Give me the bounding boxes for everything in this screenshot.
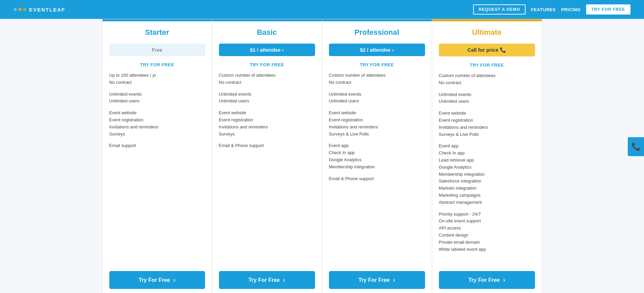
feature-item: Content design <box>439 232 535 239</box>
feature-item: Unlimited users <box>219 98 315 105</box>
feature-item: Event app <box>439 143 535 150</box>
feature-item: Event app <box>329 142 425 149</box>
plan-try-link-starter[interactable]: TRY FOR FREE <box>103 59 212 72</box>
cta-arrow-icon: › <box>503 276 505 284</box>
try-for-free-header-button[interactable]: TRY FOR FREE <box>586 4 630 15</box>
plan-features-ultimate: Custom number of attendeesNo contractUnl… <box>432 72 542 264</box>
feature-group: Custom number of attendeesNo contract <box>439 72 535 87</box>
feature-item: Marketing campaigns <box>439 192 535 199</box>
feature-item: API access <box>439 225 535 232</box>
plan-try-link-professional[interactable]: TRY FOR FREE <box>322 59 432 72</box>
feature-item: No contract <box>109 79 205 86</box>
plan-cta-area-starter: Try For Free› <box>103 264 212 293</box>
main-nav: REQUEST A DEMO FEATURES PRICING TRY FOR … <box>473 4 630 15</box>
feature-item: Google Analytics <box>329 156 425 164</box>
feature-group: Event websiteEvent registrationInvitatio… <box>109 109 205 138</box>
feature-item: Unlimited users <box>439 98 535 105</box>
plan-price-starter[interactable]: Free <box>109 44 205 56</box>
feature-group: Event websiteEvent registrationInvitatio… <box>329 109 425 138</box>
cta-label: Try For Free <box>248 277 280 283</box>
feature-item: Unlimited events <box>439 91 535 98</box>
feature-item: Invitations and reminders <box>219 124 315 131</box>
plan-card-ultimate: UltimateCall for price 📞TRY FOR FREECust… <box>432 19 542 293</box>
feature-item: Event website <box>219 109 315 117</box>
feature-item: No contract <box>329 79 425 86</box>
plan-cta-button-basic[interactable]: Try For Free› <box>219 271 315 289</box>
plan-title-professional: Professional <box>322 21 432 40</box>
feature-group: Up to 100 attendees / yrNo contract <box>109 72 205 86</box>
plan-cta-button-professional[interactable]: Try For Free› <box>329 271 425 289</box>
feature-group: Unlimited eventsUnlimited users <box>439 91 535 105</box>
plan-title-basic: Basic <box>212 21 322 40</box>
plan-price-ultimate[interactable]: Call for price 📞 <box>439 44 535 56</box>
feature-item: Invitations and reminders <box>439 124 535 131</box>
feature-item: Unlimited events <box>329 91 425 98</box>
plan-cta-button-starter[interactable]: Try For Free› <box>109 271 205 289</box>
dot-orange <box>18 8 22 11</box>
plan-title-ultimate: Ultimate <box>432 21 542 40</box>
plan-card-starter: StarterFreeTRY FOR FREEUp to 100 attende… <box>102 19 212 293</box>
plan-cta-button-ultimate[interactable]: Try For Free› <box>439 271 535 289</box>
feature-group: Priority support - 24/7On-site event sup… <box>439 211 535 253</box>
feature-group: Unlimited eventsUnlimited users <box>219 91 315 105</box>
feature-item: Surveys & Live Polls <box>439 131 535 138</box>
dot-blue <box>14 8 17 11</box>
plan-cta-area-professional: Try For Free› <box>322 264 432 293</box>
phone-widget[interactable]: 📞 <box>628 137 644 156</box>
feature-item: Private email domain <box>439 239 535 246</box>
plan-try-link-ultimate[interactable]: TRY FOR FREE <box>432 60 542 72</box>
feature-group: Email & Phone support <box>219 142 315 149</box>
feature-group: Event websiteEvent registrationInvitatio… <box>219 109 315 138</box>
feature-item: Priority support - 24/7 <box>439 211 535 218</box>
feature-item: No contract <box>219 79 315 86</box>
feature-group: Unlimited eventsUnlimited users <box>329 91 425 105</box>
logo-dots <box>14 8 26 11</box>
plan-features-starter: Up to 100 attendees / yrNo contractUnlim… <box>103 72 212 264</box>
feature-item: Custom number of attendees <box>439 72 535 79</box>
cta-arrow-icon: › <box>173 276 175 284</box>
dot-green <box>23 8 26 11</box>
feature-item: Unlimited events <box>109 91 205 98</box>
pricing-link[interactable]: PRICING <box>561 7 581 12</box>
feature-item: Event registration <box>329 117 425 124</box>
feature-item: Membership integration <box>439 171 535 178</box>
plan-price-professional[interactable]: $2 / attendee › <box>329 44 425 56</box>
feature-group: Event websiteEvent registrationInvitatio… <box>439 110 535 138</box>
logo-area: EVENTLEAF <box>14 7 65 13</box>
cta-label: Try For Free <box>358 277 390 283</box>
feature-item: Unlimited events <box>219 91 315 98</box>
plan-features-basic: Custom number of attendeesNo contractUnl… <box>212 72 322 264</box>
feature-item: Check In app <box>439 150 535 157</box>
feature-item: Event registration <box>109 117 205 124</box>
request-demo-button[interactable]: REQUEST A DEMO <box>473 4 525 15</box>
site-header: EVENTLEAF REQUEST A DEMO FEATURES PRICIN… <box>0 0 644 19</box>
features-link[interactable]: FEATURES <box>531 7 556 12</box>
plan-card-professional: Professional$2 / attendee ›TRY FOR FREEC… <box>322 19 432 293</box>
plan-try-link-basic[interactable]: TRY FOR FREE <box>212 59 322 72</box>
feature-item: Event registration <box>219 117 315 124</box>
feature-item: White labeled event app <box>439 246 535 253</box>
feature-group: Custom number of attendeesNo contract <box>219 72 315 86</box>
plan-card-basic: Basic$1 / attendee ›TRY FOR FREECustom n… <box>212 19 322 293</box>
feature-item: Email support <box>109 142 205 149</box>
plan-title-starter: Starter <box>103 21 212 40</box>
feature-item: Event website <box>439 110 535 117</box>
cta-arrow-icon: › <box>393 276 395 284</box>
plan-features-professional: Custom number of attendeesNo contractUnl… <box>322 72 432 264</box>
feature-item: Surveys & Live Polls <box>329 131 425 138</box>
plan-price-basic[interactable]: $1 / attendee › <box>219 44 315 56</box>
feature-group: Custom number of attendeesNo contract <box>329 72 425 86</box>
feature-item: Check In app <box>329 149 425 156</box>
feature-item: Event registration <box>439 117 535 124</box>
feature-item: Google Analytics <box>439 164 535 171</box>
feature-item: Salesforce integration <box>439 178 535 185</box>
feature-item: Abstract management <box>439 199 535 206</box>
plan-cta-area-ultimate: Try For Free› <box>432 264 542 293</box>
pricing-grid: StarterFreeTRY FOR FREEUp to 100 attende… <box>102 19 542 293</box>
feature-item: Email & Phone support <box>219 142 315 149</box>
feature-item: Event website <box>329 109 425 117</box>
feature-item: Invitations and reminders <box>109 124 205 131</box>
main-content: StarterFreeTRY FOR FREEUp to 100 attende… <box>0 19 644 293</box>
feature-item: Up to 100 attendees / yr <box>109 72 205 79</box>
cta-label: Try For Free <box>139 277 170 283</box>
